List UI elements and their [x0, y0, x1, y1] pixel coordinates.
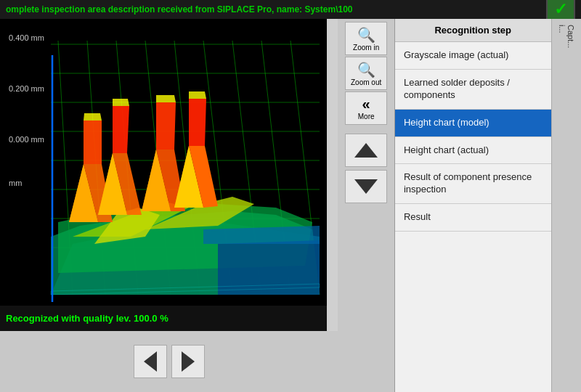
nav-left-button[interactable] [134, 345, 167, 378]
svg-text:0.200 mm: 0.200 mm [9, 84, 44, 93]
recog-item-grayscale[interactable]: Grayscale image (actual) [395, 42, 551, 70]
down-arrow-icon [354, 179, 378, 194]
scroll-down-button[interactable] [345, 170, 387, 203]
caption-strip: Capt...i... [551, 19, 582, 392]
top-bar-title: omplete inspection area description rece… [6, 4, 353, 15]
recog-item-height-model[interactable]: Height chart (model) [395, 110, 551, 137]
zoom-in-button[interactable]: 🔍 Zoom in [345, 22, 387, 55]
recog-item-height-actual[interactable]: Height chart (actual) [395, 137, 551, 165]
more-label: More [358, 113, 375, 121]
svg-text:Recognized with quality lev.  : Recognized with quality lev. 100.0 % [6, 313, 168, 324]
recognition-panel-header: Recognition step [395, 19, 551, 42]
recog-item-learned[interactable]: Learned solder deposits / components [395, 70, 551, 110]
svg-marker-39 [156, 102, 176, 150]
recog-item-result[interactable]: Result [395, 204, 551, 232]
svg-text:0.400 mm: 0.400 mm [9, 33, 44, 42]
more-button[interactable]: « More [345, 91, 387, 125]
recognition-panel: Recognition step Grayscale image (actual… [394, 19, 551, 392]
svg-text:0.000 mm: 0.000 mm [9, 135, 44, 144]
up-arrow-icon [354, 143, 378, 158]
nav-right-button[interactable] [171, 345, 205, 378]
double-chevron-icon: « [362, 96, 370, 113]
svg-marker-31 [84, 121, 102, 164]
3d-visualization: 0.400 mm 0.200 mm 0.000 mm mm [0, 19, 327, 331]
checkmark-icon: ✓ [554, 0, 567, 19]
svg-marker-45 [113, 99, 129, 106]
zoom-out-button[interactable]: 🔍 Zoom out [345, 57, 387, 90]
svg-marker-48 [218, 240, 320, 295]
svg-marker-46 [156, 95, 176, 102]
svg-marker-44 [84, 113, 102, 121]
nav-controls: 🔍 Zoom in 🔍 Zoom out « More [338, 19, 394, 392]
scroll-up-button[interactable] [345, 134, 387, 167]
caption-text: Capt...i... [558, 25, 575, 48]
right-arrow-icon [182, 351, 195, 372]
zoom-out-icon: 🔍 [357, 61, 375, 78]
left-arrow-icon [144, 351, 157, 372]
recognition-list: Grayscale image (actual) Learned solder … [395, 42, 551, 232]
top-bar: omplete inspection area description rece… [0, 0, 581, 19]
zoom-in-icon: 🔍 [357, 26, 375, 44]
recog-item-presence[interactable]: Result of component presence inspection [395, 164, 551, 204]
svg-marker-35 [113, 106, 129, 153]
height-chart-svg: 0.400 mm 0.200 mm 0.000 mm mm [0, 19, 327, 331]
zoom-in-label: Zoom in [353, 44, 379, 52]
zoom-out-label: Zoom out [351, 78, 381, 86]
svg-text:mm: mm [9, 179, 22, 187]
svg-marker-47 [189, 91, 206, 99]
svg-marker-43 [189, 99, 206, 146]
